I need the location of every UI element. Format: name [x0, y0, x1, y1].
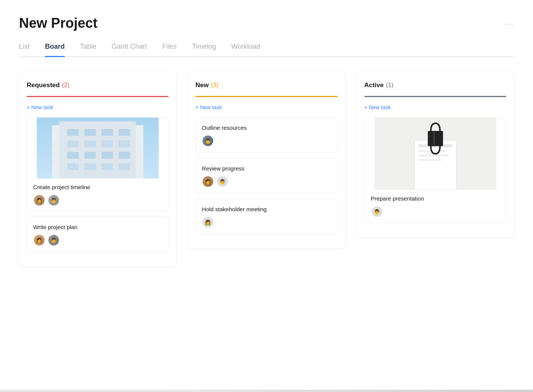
- svg-rect-9: [102, 140, 113, 147]
- board-area: Requested (2) + New task: [0, 57, 533, 282]
- card-building-image: [27, 118, 168, 178]
- card-write-project-plan-avatars: 👩 👨: [33, 234, 162, 246]
- column-requested-divider: [27, 96, 169, 97]
- card-create-project-timeline[interactable]: Create project timeline 👩 👨: [27, 117, 169, 211]
- column-requested: Requested (2) + New task: [19, 72, 176, 266]
- tab-gantt[interactable]: Gantt Chart: [112, 43, 147, 57]
- card-create-project-timeline-title: Create project timeline: [33, 184, 162, 190]
- column-new-title: New: [195, 81, 209, 89]
- svg-rect-21: [414, 140, 456, 190]
- svg-rect-6: [119, 129, 130, 136]
- svg-rect-15: [67, 163, 79, 170]
- card-outline-resources-body: Outline resources 👨: [196, 118, 337, 152]
- avatar-woman3: 👩: [202, 175, 214, 188]
- svg-rect-16: [85, 163, 96, 170]
- tab-board[interactable]: Board: [45, 43, 65, 57]
- column-active-count: (1): [386, 82, 394, 89]
- tab-workload[interactable]: Workload: [231, 43, 260, 57]
- more-options-button[interactable]: ···: [505, 19, 514, 29]
- column-new-divider: [195, 96, 337, 97]
- tab-timelog[interactable]: Timelog: [192, 43, 216, 57]
- svg-rect-24: [418, 155, 448, 156]
- svg-rect-10: [119, 140, 130, 147]
- card-review-progress-avatars: 👩 👨: [202, 175, 331, 188]
- card-write-project-plan-body: Write project plan 👩 👨: [27, 217, 168, 252]
- avatar-man-glasses: 👨: [48, 194, 60, 206]
- column-requested-header: Requested (2): [27, 81, 169, 89]
- column-new-count: (3): [211, 82, 219, 89]
- card-hold-stakeholder-meeting-title: Hold stakeholder meeting: [202, 206, 331, 212]
- avatar-man-dark: 👨: [216, 175, 228, 188]
- svg-rect-3: [67, 129, 79, 136]
- svg-rect-27: [433, 132, 434, 145]
- svg-rect-5: [102, 129, 113, 136]
- svg-rect-17: [102, 163, 113, 170]
- tab-table[interactable]: Table: [80, 43, 96, 57]
- card-create-project-timeline-avatars: 👩 👨: [33, 194, 162, 206]
- column-active-divider: [364, 96, 506, 97]
- svg-rect-7: [67, 140, 79, 147]
- card-prepare-presentation-avatars: 👨: [371, 206, 500, 218]
- card-review-progress-body: Review progress 👩 👨: [196, 158, 337, 193]
- column-new-header: New (3): [195, 81, 337, 89]
- card-outline-resources-avatars: 👨: [202, 135, 331, 147]
- card-clip-image: [365, 118, 506, 190]
- new-task-requested-button[interactable]: + New task: [27, 104, 53, 110]
- column-active-header: Active (1): [364, 81, 506, 89]
- svg-rect-12: [85, 152, 96, 159]
- new-task-new-button[interactable]: + New task: [195, 104, 222, 110]
- card-hold-stakeholder-meeting[interactable]: Hold stakeholder meeting 👩: [195, 199, 337, 234]
- avatar-woman2: 👩: [33, 234, 45, 246]
- card-hold-stakeholder-meeting-avatars: 👩: [202, 216, 331, 228]
- avatar-woman4: 👩: [202, 216, 214, 228]
- tab-files[interactable]: Files: [162, 43, 177, 57]
- svg-rect-26: [428, 131, 443, 146]
- card-create-project-timeline-body: Create project timeline 👩 👨: [27, 178, 168, 211]
- card-write-project-plan[interactable]: Write project plan 👩 👨: [27, 217, 169, 252]
- column-active: Active (1) + New task: [357, 72, 514, 237]
- svg-rect-14: [119, 152, 130, 159]
- card-hold-stakeholder-meeting-body: Hold stakeholder meeting 👩: [196, 199, 337, 234]
- avatar-man2: 👨: [48, 234, 60, 246]
- column-requested-count: (2): [62, 82, 70, 89]
- card-write-project-plan-title: Write project plan: [33, 224, 162, 230]
- card-outline-resources-title: Outline resources: [202, 124, 331, 131]
- svg-rect-25: [418, 159, 441, 161]
- card-prepare-presentation[interactable]: Prepare presentation 👨: [364, 117, 506, 223]
- column-active-title: Active: [364, 81, 384, 89]
- svg-rect-4: [85, 129, 96, 136]
- card-review-progress-title: Review progress: [202, 165, 331, 172]
- svg-rect-11: [67, 152, 79, 159]
- column-requested-title: Requested: [27, 81, 60, 89]
- svg-rect-8: [85, 140, 96, 147]
- avatar-woman: 👩: [33, 194, 45, 206]
- svg-rect-13: [102, 152, 113, 159]
- scrollbar[interactable]: [0, 390, 533, 392]
- project-title: New Project: [19, 15, 97, 31]
- tab-list[interactable]: List: [19, 43, 30, 57]
- column-new: New (3) + New task Outline resources 👨 R…: [188, 72, 345, 249]
- card-prepare-presentation-body: Prepare presentation 👨: [365, 190, 506, 222]
- avatar-man-glasses2: 👨: [371, 206, 383, 218]
- avatar-man3: 👨: [202, 135, 214, 147]
- card-review-progress[interactable]: Review progress 👩 👨: [195, 158, 337, 193]
- card-outline-resources[interactable]: Outline resources 👨: [195, 117, 337, 153]
- card-prepare-presentation-title: Prepare presentation: [371, 195, 500, 202]
- new-task-active-button[interactable]: + New task: [364, 104, 391, 110]
- tab-nav: List Board Table Gantt Chart Files Timel…: [19, 43, 514, 57]
- svg-rect-18: [119, 163, 130, 170]
